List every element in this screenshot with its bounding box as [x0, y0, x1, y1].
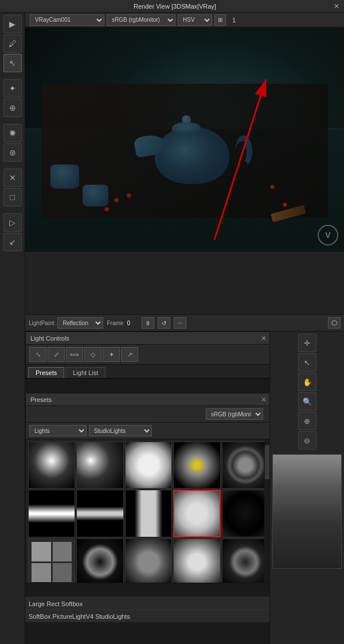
sidebar-square-btn[interactable]: □ [3, 188, 22, 206]
preset-thumb-0[interactable] [28, 442, 75, 489]
sidebar-arrow-btn[interactable]: ▷ [3, 213, 22, 232]
light-controls-header: Light Controls ✕ [26, 332, 271, 345]
tab-presets[interactable]: Presets [28, 367, 64, 378]
cup-left-body [50, 165, 79, 189]
rp-hand-btn[interactable]: ✋ [298, 373, 316, 391]
sidebar-atom-btn[interactable]: ⊛ [3, 143, 22, 162]
presets-close[interactable]: ✕ [261, 396, 267, 404]
cup-right-body [83, 185, 108, 206]
bottom-info-bar-2: SoftBox PictureLightV4 StudioLights [25, 610, 272, 622]
sidebar-close-btn[interactable]: ✕ [3, 169, 22, 187]
preset-thumb-9[interactable] [222, 490, 269, 537]
reflection-select[interactable]: Reflection [57, 317, 103, 329]
vray-logo: V [318, 225, 338, 245]
preset-thumb-3[interactable] [173, 442, 220, 489]
pause-button[interactable]: ⏸ [142, 317, 154, 329]
top-toolbar: VRayCam001 sRGB (rgbMonitor) HSV ⊞ 1 [0, 13, 344, 28]
berry-1 [115, 198, 118, 202]
cup-right [83, 185, 108, 206]
light-icon-1[interactable]: ⤢ [48, 347, 65, 362]
mode-select[interactable]: HSV [178, 14, 212, 26]
rp-zoom-in-btn[interactable]: ⊕ [298, 412, 316, 430]
layer-number: 1 [228, 17, 240, 24]
light-controls-panel: Light Controls ✕ ⤡ ⤢ ⟺ ◇ ✦ ↗ Presets Lig… [25, 331, 272, 379]
berry-2 [105, 208, 108, 211]
preset-thumb-4[interactable] [222, 442, 269, 489]
preset-thumb-10[interactable] [28, 538, 75, 583]
camera-select[interactable]: VRayCam001 [30, 14, 104, 26]
preset-thumb-6[interactable] [76, 490, 123, 537]
teapot-handle [235, 135, 252, 167]
left-sidebar: ▶ 🖊 ↖ ✦ ⊕ ✺ ⊛ ✕ □ ▷ ↙ [0, 13, 25, 644]
teapot-main-body [155, 127, 229, 184]
tab-light-list[interactable]: Light List [65, 367, 105, 378]
close-button[interactable]: ✕ [334, 2, 339, 10]
lightpaint-label: LightPaint [29, 320, 54, 326]
bottom-info-bar-1: Large Rect Softbox [25, 597, 272, 610]
title-bar: Render View [3DSMax|VRay] ✕ [0, 0, 344, 13]
teapot-object [143, 110, 247, 184]
right-panel-buttons: ✛ ↖ ✋ 🔍 ⊕ ⊖ [270, 331, 344, 452]
light-icon-0[interactable]: ⤡ [29, 347, 46, 362]
tabs-row: Presets Light List [26, 365, 271, 378]
refresh-button[interactable]: ↺ [158, 317, 170, 329]
light-icon-3[interactable]: ◇ [84, 347, 101, 362]
category-select[interactable]: sRGB (rgbMonitor) [206, 408, 263, 420]
preset-thumb-5[interactable] [28, 490, 75, 537]
frame-label: Frame [107, 320, 123, 326]
studio-lights-select[interactable]: StudioLights [89, 425, 152, 436]
sidebar-play-btn[interactable]: ▶ [3, 15, 22, 33]
preset-thumb-13[interactable] [173, 538, 220, 583]
preset-thumb-8[interactable] [173, 490, 220, 537]
cup-left [50, 165, 79, 189]
presets-toolbar: sRGB (rgbMonitor) [26, 406, 271, 423]
lights-category-select[interactable]: Lights [29, 425, 87, 436]
light-icon-2[interactable]: ⟺ [66, 347, 83, 362]
light-icons-row: ⤡ ⤢ ⟺ ◇ ✦ ↗ [26, 345, 271, 365]
window-title: Render View [3DSMax|VRay] [16, 3, 334, 10]
preset-thumb-1[interactable] [76, 442, 123, 489]
rp-select-btn[interactable]: ↖ [298, 353, 316, 372]
dots-button[interactable]: ··· [174, 317, 186, 329]
colorspace-select[interactable]: sRGB (rgbMonitor) [107, 14, 175, 26]
preset-path-label: SoftBox PictureLightV4 StudioLights [29, 613, 130, 620]
render-image: V [25, 28, 344, 251]
presets-filter-toolbar: Lights StudioLights [26, 423, 271, 439]
berry-6 [271, 185, 274, 189]
right-panel-gradient [272, 454, 342, 569]
teapot-knob [182, 115, 191, 124]
render-viewport: V [25, 28, 344, 251]
expand-button[interactable]: ⬡ [328, 317, 341, 329]
berry-4 [283, 203, 287, 206]
sidebar-move-btn[interactable]: ✦ [3, 79, 22, 97]
render-bottom-area [25, 251, 344, 314]
light-icon-5[interactable]: ↗ [121, 347, 138, 362]
presets-title: Presets [30, 396, 52, 403]
preset-thumb-14[interactable] [222, 538, 269, 583]
light-controls-title: Light Controls [30, 335, 69, 342]
preset-thumb-12[interactable] [125, 538, 172, 583]
rp-zoom-out-btn[interactable]: ⊖ [298, 431, 316, 450]
right-panel: ✛ ↖ ✋ 🔍 ⊕ ⊖ [269, 331, 344, 644]
controls-bar: LightPaint Reflection Frame 0 ⏸ ↺ ··· ⬡ [25, 314, 344, 331]
frame-value: 0 [127, 320, 138, 326]
preset-thumb-2[interactable] [125, 442, 172, 489]
sidebar-paint-btn[interactable]: 🖊 [3, 34, 22, 53]
preset-thumb-7[interactable] [125, 490, 172, 537]
rp-add-btn[interactable]: ✛ [298, 334, 316, 352]
layers-button[interactable]: ⊞ [214, 14, 226, 26]
presets-panel: Presets ✕ sRGB (rgbMonitor) Lights Studi… [25, 393, 272, 583]
rp-zoom-btn[interactable]: 🔍 [298, 392, 316, 411]
sidebar-light-btn[interactable]: ✺ [3, 124, 22, 142]
light-icon-4[interactable]: ✦ [103, 347, 120, 362]
sidebar-zoom-btn[interactable]: ⊕ [3, 99, 22, 117]
presets-header: Presets ✕ [26, 393, 271, 406]
sidebar-select-btn[interactable]: ↖ [3, 54, 22, 72]
light-controls-close[interactable]: ✕ [261, 334, 267, 342]
preset-thumb-11[interactable] [76, 538, 123, 583]
presets-grid [26, 439, 271, 583]
preset-name-label: Large Rect Softbox [29, 600, 83, 607]
sidebar-pan-btn[interactable]: ↙ [3, 233, 22, 251]
